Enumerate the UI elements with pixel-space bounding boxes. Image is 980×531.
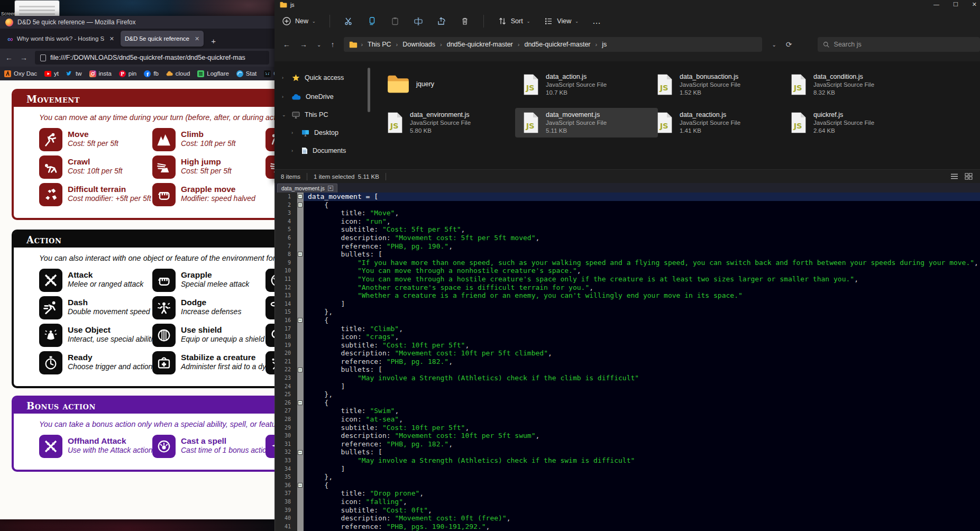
file-tile-data-condition-js[interactable]: JSdata_condition.jsJavaScript Source Fil… <box>783 70 926 99</box>
back-icon[interactable]: ← <box>5 53 13 62</box>
delete-button[interactable] <box>460 16 470 26</box>
close-button[interactable]: ✕ <box>972 1 977 8</box>
bookmark-logflare[interactable]: Logflare <box>197 70 229 77</box>
breadcrumb-item-4[interactable]: js <box>598 41 610 48</box>
more-button[interactable]: … <box>592 16 601 26</box>
browser-tab-1[interactable]: D&D 5e quick reference✕ <box>121 31 204 47</box>
bookmark-stat[interactable]: Stat <box>236 70 257 77</box>
paste-button[interactable] <box>390 16 400 26</box>
file-tile-data-reaction-js[interactable]: JSdata_reaction.jsJavaScript Source File… <box>649 108 792 138</box>
card-escape[interactable]: EscapeEscape a grapple <box>265 296 274 319</box>
card-ready[interactable]: ReadyChoose trigger and action <box>39 351 152 374</box>
card-move[interactable]: MoveCost: 5ft per 5ft <box>39 128 152 151</box>
fold-marker-line-8[interactable]: − <box>298 252 303 257</box>
file-tile-data-movement-js[interactable]: JSdata_movement.jsJavaScript Source File… <box>515 108 658 138</box>
fold-marker-line-22[interactable]: − <box>298 368 303 372</box>
card-difficult-terrain[interactable]: Difficult terrainCost modifier: +5ft per… <box>39 183 152 206</box>
breadcrumb-item-2[interactable]: dnd5e-quickref-master <box>443 41 517 48</box>
share-button[interactable] <box>437 16 446 26</box>
bookmark-oxy-dac[interactable]: Oxy Dac <box>4 70 37 77</box>
sidebar-item-this-pc[interactable]: ⌄This PC <box>282 109 328 121</box>
tiles-view-icon[interactable] <box>965 173 973 180</box>
forward-icon[interactable]: → <box>300 40 307 49</box>
card-clipped[interactable] <box>265 435 274 458</box>
fold-marker-line-1[interactable]: − <box>298 194 303 199</box>
card-cast-a-spell[interactable]: Cast a spellCast time of 1 action <box>265 269 274 292</box>
fold-marker-line-26[interactable]: − <box>298 400 303 405</box>
up-icon[interactable]: ↑ <box>331 40 334 49</box>
chevron-icon[interactable]: ⌄ <box>282 112 287 117</box>
maximize-button[interactable]: ☐ <box>953 1 958 8</box>
fold-marker-line-16[interactable]: − <box>298 318 303 323</box>
card-use-shield[interactable]: Use shieldEquip or unequip a shield <box>152 324 265 347</box>
bookmark-yt[interactable]: yt <box>44 70 59 77</box>
refresh-icon[interactable]: ⟳ <box>786 40 792 49</box>
forward-icon[interactable]: → <box>20 53 28 62</box>
card-drop-prone[interactable]: Drop proneCost: 0ft <box>265 128 274 151</box>
breadcrumb-item-3[interactable]: dnd5e-quickref-master <box>520 41 594 48</box>
file-tile-data-action-js[interactable]: JSdata_action.jsJavaScript Source File10… <box>515 70 658 99</box>
card-long-jump[interactable]: Long jumpCost: 5ft per 5ft <box>265 155 274 179</box>
editor-tab[interactable]: data_movement.js ✕ <box>277 184 337 193</box>
close-tab-icon[interactable]: ✕ <box>328 186 333 191</box>
card-attack[interactable]: AttackMelee or ranged attack <box>39 269 152 292</box>
url-bar[interactable]: file:///F:/DOWNLOADS/dnd5e-quickref-mast… <box>35 51 269 65</box>
close-tab-icon[interactable]: ✕ <box>195 35 199 42</box>
new-button[interactable]: New⌄ <box>282 16 316 26</box>
file-tile-data-bonusaction-js[interactable]: JSdata_bonusaction.jsJavaScript Source F… <box>649 70 792 99</box>
bookmark-o[interactable]: O <box>264 70 274 77</box>
fold-marker-line-2[interactable]: − <box>298 203 303 207</box>
card-improvise[interactable]: ImproviseAny action not on this list <box>265 351 274 374</box>
minimize-button[interactable]: — <box>933 1 939 8</box>
details-view-icon[interactable] <box>950 173 958 180</box>
card-dash[interactable]: DashDouble movement speed <box>39 296 152 319</box>
file-tile-jquery[interactable]: jquery <box>379 70 522 98</box>
bookmark-cloud[interactable]: cloud <box>166 70 190 77</box>
back-icon[interactable]: ← <box>283 40 290 49</box>
card-use-object[interactable]: Use ObjectInteract, use special abilitie… <box>39 324 152 347</box>
card-grapple-move[interactable]: Grapple moveModifier: speed halved <box>152 183 265 206</box>
card-climb[interactable]: ClimbCost: 10ft per 5ft <box>152 128 265 151</box>
card-stabilize-a-creature[interactable]: Stabilize a creatureAdminister first aid… <box>152 351 265 374</box>
close-tab-icon[interactable]: ✕ <box>109 35 114 42</box>
fold-marker-line-36[interactable]: − <box>298 483 303 488</box>
copy-button[interactable] <box>367 16 377 26</box>
bookmark-insta[interactable]: insta <box>89 70 112 77</box>
new-tab-button[interactable]: + <box>206 36 221 47</box>
card-search[interactable]: Search <box>265 324 274 347</box>
breadcrumb-item-0[interactable]: This PC <box>364 41 395 48</box>
chevron-icon[interactable]: › <box>282 75 287 80</box>
code-area[interactable]: data_movement = [ { title: "Move", icon:… <box>304 193 980 531</box>
card-offhand-attack[interactable]: Offhand AttackUse with the Attack action <box>39 435 152 458</box>
card-crawl[interactable]: CrawlCost: 10ft per 5ft <box>39 155 152 179</box>
fold-margin[interactable]: −−−−−−−− <box>297 193 304 531</box>
sidebar-item-quick-access[interactable]: ›Quick access <box>282 72 344 84</box>
firefox-titlebar[interactable]: D&D 5e quick reference — Mozilla Firefox <box>0 16 274 29</box>
address-dropdown-icon[interactable]: ⌄ <box>772 42 776 48</box>
sidebar-scrollbar[interactable] <box>368 68 370 112</box>
recent-chevron-icon[interactable]: ⌄ <box>317 42 321 48</box>
card-dodge[interactable]: DodgeIncrease defenses <box>152 296 265 319</box>
sidebar-item-desktop[interactable]: ›Desktop <box>291 127 338 139</box>
breadcrumb-item-1[interactable]: Downloads <box>399 41 439 48</box>
rename-button[interactable] <box>414 16 423 26</box>
explorer-tab[interactable]: js — ☐ ✕ <box>274 0 980 9</box>
browser-tab-0[interactable]: ∞Why wont this work? - Hosting S✕ <box>3 31 118 47</box>
chevron-icon[interactable]: › <box>291 130 297 135</box>
bookmark-fb[interactable]: ffb <box>144 70 159 77</box>
bookmark-tw[interactable]: tw <box>66 70 82 77</box>
search-input[interactable]: Search js <box>818 37 980 52</box>
breadcrumb[interactable]: ›This PC›Downloads›dnd5e-quickref-master… <box>344 37 762 52</box>
sidebar-item-onedrive[interactable]: ›OneDrive <box>282 91 334 103</box>
bookmark-pin[interactable]: Ppin <box>119 70 136 77</box>
sort-button[interactable]: Sort⌄ <box>498 16 530 26</box>
sidebar-item-documents[interactable]: ›Documents <box>291 145 346 157</box>
card-cast-a-spell[interactable]: Cast a spellCast time of 1 bonus action <box>152 435 265 458</box>
fold-marker-line-32[interactable]: − <box>298 450 303 455</box>
chevron-icon[interactable]: › <box>282 94 287 99</box>
cut-button[interactable] <box>344 16 353 26</box>
file-tile-quickref-js[interactable]: JSquickref.jsJavaScript Source File2.64 … <box>783 108 926 138</box>
view-button[interactable]: View⌄ <box>544 16 579 26</box>
file-tile-data-environment-js[interactable]: JSdata_environment.jsJavaScript Source F… <box>379 108 522 138</box>
card-grapple[interactable]: GrappleSpecial melee attack <box>152 269 265 292</box>
